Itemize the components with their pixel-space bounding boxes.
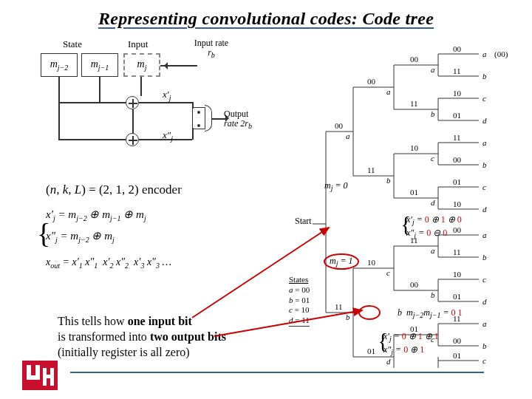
input-rate-text: Input rate [194, 38, 228, 48]
explanation-note: This tells how one input bit is transfor… [58, 314, 287, 360]
output-rate-sym: rate 2rb [224, 118, 252, 129]
wire [132, 109, 134, 134]
input-rate-sym: rb [208, 47, 215, 58]
equation-xprime: x′j = mj−2 ⊕ mj−1 ⊕ mj [46, 204, 171, 225]
svg-text:10: 10 [367, 258, 376, 267]
annot-state-b: b mj−2mj−1 = 0 1 [398, 307, 463, 319]
xor-adder-top [126, 96, 139, 109]
state-a: a = 00 [289, 285, 310, 296]
svg-text:d: d [431, 198, 435, 207]
wire [140, 77, 142, 96]
xdprime-label: x″j [163, 129, 173, 143]
annot-xprime-bot: { x′j = 0 ⊕ 1 ⊕ 1 [383, 331, 439, 343]
input-rate-label: Input rate rb [185, 38, 237, 60]
svg-text:d: d [482, 297, 487, 306]
svg-rect-111 [43, 375, 54, 378]
svg-text:b: b [431, 109, 435, 118]
svg-text:b: b [482, 253, 487, 262]
input-label: Input [128, 38, 148, 50]
mj0-label: mj = 0 [324, 180, 348, 192]
svg-text:d: d [482, 116, 487, 125]
svg-text:01: 01 [453, 177, 461, 186]
uh-logo [22, 361, 58, 390]
svg-text:01: 01 [367, 347, 375, 355]
wire [58, 139, 126, 140]
svg-text:11: 11 [410, 99, 418, 108]
svg-text:c: c [431, 154, 434, 163]
reg-mj: mj [123, 53, 160, 77]
svg-text:a: a [482, 50, 487, 58]
svg-text:11: 11 [453, 66, 461, 75]
wire [99, 77, 100, 103]
encoder-diagram: State Input Input rate rb mj−2 mj−1 mj x… [41, 44, 270, 177]
svg-text:a: a [431, 65, 435, 74]
note-bold1: one input bit [128, 315, 192, 327]
mj1-label: mj = 1 [324, 253, 359, 270]
svg-text:00: 00 [453, 225, 462, 234]
dot-icon [197, 124, 200, 127]
highlight-circle-11 [358, 305, 381, 320]
svg-text:00: 00 [453, 336, 462, 345]
footer-rule [70, 372, 484, 373]
xprime-label: x′j [163, 89, 171, 102]
svg-text:c: c [386, 268, 390, 277]
output-rate-label: Output rate 2rb [224, 109, 268, 131]
svg-text:b: b [386, 176, 391, 185]
arrow-icon [160, 62, 168, 69]
state-d: d = 11 [289, 316, 310, 326]
svg-text:a: a [346, 132, 350, 140]
svg-text:01: 01 [453, 111, 461, 120]
states-header: States [289, 275, 310, 285]
svg-text:b: b [431, 290, 435, 299]
annot-xprime-top: { x′j = 0 ⊕ 1 ⊕ 0 [406, 214, 462, 226]
annot-xdprime-top: x″j = 0 ⊖ 0 [406, 228, 447, 239]
note-part3: (initially register is all zero) [58, 346, 190, 358]
svg-text:a: a [482, 319, 487, 328]
svg-text:00: 00 [410, 55, 419, 64]
svg-text:a: a [482, 138, 487, 147]
mux-arc-icon [205, 105, 212, 132]
slide: Representing convolutional codes: Code t… [0, 0, 532, 399]
code-tree: Start mj = 0 mj = 1 States a = 00 b = 01… [305, 35, 523, 368]
svg-text:11: 11 [335, 302, 343, 311]
svg-text:10: 10 [410, 143, 419, 152]
svg-text:d: d [386, 357, 391, 366]
svg-text:a: a [482, 231, 487, 239]
svg-text:b: b [482, 160, 487, 169]
svg-text:b: b [482, 341, 487, 350]
svg-text:10: 10 [453, 200, 462, 208]
annot-xdprime-bot: x″j = 0 ⊕ 1 [383, 344, 424, 356]
svg-text:00: 00 [453, 44, 462, 53]
encoder-caption: (n, k, L) = (2, 1, 2) encoder [46, 183, 182, 197]
svg-text:01: 01 [453, 351, 461, 360]
svg-text:10: 10 [453, 89, 462, 98]
wire [139, 102, 192, 103]
wire [192, 128, 194, 140]
equation-xout: xout = x′1 x″1 x′2 x″2 x′3 x″3 … [46, 253, 171, 273]
svg-text:c: c [482, 275, 486, 284]
svg-text:c: c [482, 94, 486, 103]
start-label: Start [295, 216, 312, 227]
equation-xdprime: x″j = mj−2 ⊕ mj [46, 225, 171, 247]
note-bold2: two output bits [150, 330, 226, 343]
note-part2: is transformed into [58, 330, 150, 343]
svg-text:b: b [482, 72, 487, 81]
svg-text:d: d [482, 205, 487, 214]
svg-text:10: 10 [453, 270, 462, 279]
svg-text:(00): (00) [494, 50, 508, 59]
svg-text:b: b [346, 313, 350, 321]
svg-text:00: 00 [410, 280, 419, 289]
svg-text:c: c [482, 183, 486, 191]
dot-icon [197, 111, 200, 114]
brace-icon: { [37, 207, 50, 260]
wire [58, 102, 126, 103]
svg-text:00: 00 [453, 155, 462, 164]
svg-text:c: c [482, 356, 486, 365]
state-c: c = 10 [289, 305, 310, 316]
svg-text:a: a [431, 246, 435, 255]
svg-text:00: 00 [367, 77, 376, 86]
note-part1: This tells how [58, 315, 128, 327]
svg-text:11: 11 [367, 166, 375, 174]
svg-text:11: 11 [453, 248, 461, 256]
svg-text:11: 11 [453, 133, 461, 142]
